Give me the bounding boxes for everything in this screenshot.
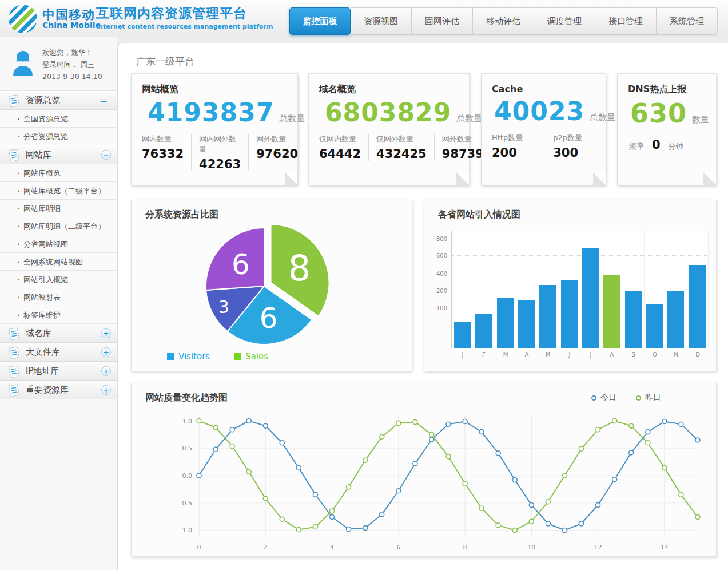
- data-point[interactable]: [629, 450, 634, 455]
- bar-S-8[interactable]: [625, 291, 642, 348]
- tab-resource-view[interactable]: 资源视图: [351, 7, 412, 35]
- sidebar-item[interactable]: 网站映射表: [0, 288, 117, 306]
- data-point[interactable]: [396, 489, 401, 493]
- legend-item[interactable]: 今日: [591, 393, 616, 403]
- tab-interface-mgmt[interactable]: 接口管理: [595, 7, 657, 35]
- data-point[interactable]: [563, 473, 567, 478]
- data-point[interactable]: [695, 438, 700, 442]
- tab-dispatch-mgmt[interactable]: 调度管理: [534, 7, 595, 35]
- sidebar-item[interactable]: 标签库维护: [0, 306, 117, 324]
- tab-fixed-net-eval[interactable]: 固网评估: [412, 7, 473, 35]
- sidebar-item[interactable]: 网站库概览: [0, 164, 117, 182]
- minus-icon[interactable]: −: [101, 150, 111, 160]
- bar-J-6[interactable]: [582, 248, 599, 348]
- data-point[interactable]: [363, 526, 368, 531]
- data-point[interactable]: [330, 509, 335, 513]
- data-point[interactable]: [197, 419, 201, 423]
- data-point[interactable]: [296, 466, 301, 470]
- data-point[interactable]: [263, 423, 268, 428]
- data-point[interactable]: [646, 430, 650, 434]
- data-point[interactable]: [612, 477, 617, 482]
- sidebar-item[interactable]: 网站库概览（二级平台）: [0, 182, 117, 200]
- data-point[interactable]: [380, 512, 384, 517]
- data-point[interactable]: [230, 444, 234, 449]
- data-point[interactable]: [246, 469, 251, 474]
- data-point[interactable]: [579, 446, 584, 451]
- data-point[interactable]: [546, 500, 550, 504]
- data-point[interactable]: [213, 447, 218, 452]
- data-point[interactable]: [230, 428, 234, 432]
- data-point[interactable]: [429, 437, 434, 442]
- data-point[interactable]: [347, 485, 351, 489]
- plus-icon[interactable]: +: [101, 366, 111, 376]
- data-point[interactable]: [396, 421, 401, 425]
- data-point[interactable]: [596, 428, 600, 432]
- sidebar-section-resource-overview[interactable]: 资源总览−: [0, 91, 117, 110]
- data-point[interactable]: [646, 441, 650, 445]
- sidebar-section-domain-lib[interactable]: 域名库+: [0, 324, 117, 343]
- data-point[interactable]: [662, 466, 667, 470]
- data-point[interactable]: [280, 441, 284, 445]
- plus-icon[interactable]: +: [101, 347, 111, 357]
- data-point[interactable]: [546, 521, 550, 526]
- data-point[interactable]: [579, 521, 584, 526]
- tab-monitor-panel[interactable]: 监控面板: [289, 7, 351, 35]
- data-point[interactable]: [463, 481, 467, 486]
- data-point[interactable]: [496, 523, 500, 528]
- data-point[interactable]: [413, 420, 417, 425]
- data-point[interactable]: [197, 473, 201, 478]
- bar-M-4[interactable]: [539, 285, 556, 348]
- bar-J-0[interactable]: [454, 322, 471, 348]
- plus-icon[interactable]: +: [101, 385, 111, 395]
- data-point[interactable]: [413, 461, 417, 466]
- sidebar-item[interactable]: 网站库明细: [0, 200, 117, 217]
- data-point[interactable]: [313, 492, 318, 497]
- data-point[interactable]: [280, 517, 284, 521]
- data-point[interactable]: [213, 425, 218, 430]
- sidebar-item[interactable]: 分省网站视图: [0, 235, 117, 253]
- data-point[interactable]: [679, 492, 683, 497]
- sidebar-section-bigfile-lib[interactable]: 大文件库+: [0, 343, 117, 362]
- bar-A-3[interactable]: [518, 300, 535, 348]
- data-point[interactable]: [512, 528, 517, 533]
- data-point[interactable]: [380, 434, 384, 439]
- data-point[interactable]: [330, 515, 335, 520]
- bar-D-11[interactable]: [689, 265, 706, 348]
- sidebar-item[interactable]: 全网系统网站视图: [0, 253, 117, 271]
- plus-icon[interactable]: +: [101, 328, 111, 338]
- minus-icon[interactable]: −: [100, 95, 108, 106]
- data-point[interactable]: [563, 528, 567, 533]
- data-point[interactable]: [612, 419, 617, 423]
- legend-item[interactable]: Visitors: [167, 351, 210, 362]
- data-point[interactable]: [463, 419, 467, 424]
- data-point[interactable]: [512, 478, 517, 482]
- legend-item[interactable]: 昨日: [636, 393, 661, 403]
- sidebar-item[interactable]: 网站引入概览: [0, 271, 117, 288]
- data-point[interactable]: [662, 419, 667, 424]
- data-point[interactable]: [479, 506, 484, 510]
- bar-J-5[interactable]: [561, 280, 578, 348]
- data-point[interactable]: [347, 527, 351, 532]
- data-point[interactable]: [479, 430, 484, 434]
- data-point[interactable]: [246, 419, 251, 423]
- sidebar-section-ip-lib[interactable]: IP地址库+: [0, 362, 117, 381]
- tab-system-mgmt[interactable]: 系统管理: [657, 7, 718, 35]
- data-point[interactable]: [429, 432, 434, 437]
- legend-item[interactable]: Sales: [234, 351, 268, 362]
- bar-F-1[interactable]: [475, 314, 492, 348]
- sidebar-section-important-lib[interactable]: 重要资源库+: [0, 381, 117, 399]
- data-point[interactable]: [446, 422, 451, 426]
- sidebar-section-website-lib[interactable]: 网站库−: [0, 145, 117, 164]
- data-point[interactable]: [529, 519, 534, 524]
- data-point[interactable]: [679, 422, 683, 426]
- bar-N-10[interactable]: [667, 291, 684, 348]
- data-point[interactable]: [313, 525, 318, 529]
- tab-mobile-eval[interactable]: 移动评估: [473, 7, 534, 35]
- data-point[interactable]: [629, 423, 634, 428]
- data-point[interactable]: [496, 451, 500, 456]
- data-point[interactable]: [296, 528, 301, 532]
- data-point[interactable]: [695, 515, 700, 520]
- data-point[interactable]: [263, 496, 268, 501]
- bar-A-7[interactable]: [603, 275, 620, 348]
- bar-O-9[interactable]: [646, 304, 663, 348]
